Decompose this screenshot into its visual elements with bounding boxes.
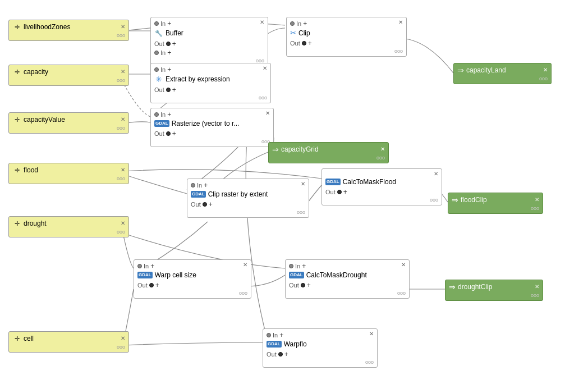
close-icon[interactable]: ✕: [369, 331, 374, 337]
out-label: Out: [267, 351, 277, 358]
close-icon[interactable]: ✕: [121, 117, 125, 122]
arrow-icon: ⇒: [457, 66, 464, 75]
plus-icon: +: [303, 20, 307, 28]
out-port-dot: [301, 283, 305, 287]
node-label: Clip: [298, 29, 310, 37]
add-icon: ✛: [12, 22, 21, 31]
close-icon[interactable]: ✕: [535, 197, 539, 203]
close-icon[interactable]: ✕: [380, 147, 385, 152]
node-label: livelihoodZones: [24, 23, 70, 31]
in-port-dot: [154, 21, 159, 26]
gdal-icon: GDAL: [289, 272, 304, 278]
close-icon[interactable]: ✕: [398, 20, 403, 25]
out-label: Out: [290, 40, 300, 47]
in-label: In: [197, 182, 202, 189]
close-icon[interactable]: ✕: [543, 67, 548, 73]
in-port-dot: [137, 264, 142, 268]
in-label: In: [273, 332, 278, 339]
gdal-icon: GDAL: [191, 191, 206, 198]
close-icon[interactable]: ✕: [121, 24, 125, 30]
node-livelihoodsZones: ✛ livelihoodZones ✕ ooo: [8, 20, 129, 41]
close-icon[interactable]: ✕: [121, 221, 125, 226]
out-port-dot: [337, 190, 342, 194]
extract-icon: ✳: [154, 75, 163, 84]
node-droughtClip: ⇒ droughtClip ✕ ooo: [445, 280, 543, 301]
out-label: Out: [137, 282, 148, 289]
out-label: Out: [191, 201, 201, 208]
node-capacityLand: ⇒ capacityLand ✕ ooo: [453, 63, 552, 84]
in2-port-dot: [154, 51, 159, 55]
plus-icon: +: [209, 200, 213, 208]
close-icon[interactable]: ✕: [121, 69, 125, 75]
gdal-icon: GDAL: [325, 179, 341, 185]
in-port-dot: [154, 67, 159, 72]
plus-icon: +: [308, 39, 312, 47]
arrow-icon: ⇒: [272, 145, 279, 154]
node-label: flood: [24, 166, 38, 174]
node-label: capacityLand: [466, 66, 506, 74]
add-icon: ✛: [12, 115, 21, 124]
close-icon[interactable]: ✕: [121, 336, 125, 341]
out-port-dot: [302, 41, 306, 45]
out-label: Out: [154, 130, 164, 137]
out-port-dot: [166, 88, 171, 92]
node-cell: ✛ cell ✕ ooo: [8, 331, 129, 353]
close-icon[interactable]: ✕: [301, 181, 305, 187]
clip-icon: ✂: [290, 29, 296, 37]
out-label: Out: [325, 189, 336, 195]
node-warp-cell-size: In + ✕ GDAL Warp cell size Out + ooo: [134, 259, 251, 299]
node-label: floodClip: [461, 196, 487, 204]
close-icon[interactable]: ✕: [434, 171, 438, 177]
plus-icon: +: [172, 130, 176, 138]
in-port-dot: [289, 264, 293, 268]
out-port-dot: [166, 42, 171, 46]
node-drought: ✛ drought ✕ ooo: [8, 216, 129, 237]
close-icon[interactable]: ✕: [121, 167, 125, 173]
node-label: Clip raster by extent: [208, 190, 268, 198]
out-label: Out: [154, 86, 164, 93]
gdal-icon: GDAL: [137, 272, 153, 278]
add-icon: ✛: [12, 166, 21, 175]
node-label: Rasterize (vector to r...: [172, 120, 240, 127]
node-label: capacityGrid: [281, 145, 319, 153]
plus-icon: +: [302, 262, 306, 270]
node-label: cell: [24, 335, 34, 342]
node-label: Warp cell size: [155, 271, 196, 279]
node-rasterize: In + ✕ GDAL Rasterize (vector to r... Ou…: [150, 108, 274, 147]
in-label: In: [296, 20, 301, 27]
node-label: capacityValue: [24, 116, 65, 124]
plus-icon: +: [343, 188, 347, 196]
plus-icon: +: [307, 281, 311, 289]
close-icon[interactable]: ✕: [260, 20, 264, 25]
node-capacityValue: ✛ capacityValue ✕ ooo: [8, 112, 129, 134]
plus-icon2: +: [167, 49, 171, 57]
node-clip: In + ✕ ✂ Clip Out + ooo: [286, 17, 407, 57]
plus-icon: +: [279, 331, 283, 339]
in-label: In: [295, 263, 300, 269]
close-icon[interactable]: ✕: [263, 66, 267, 71]
out-label: Out: [154, 40, 164, 47]
add-icon: ✛: [12, 219, 21, 228]
out-port-dot: [149, 283, 154, 287]
in-port-dot: [290, 21, 295, 26]
buffer-icon: 🔧: [154, 29, 163, 38]
plus-icon: +: [150, 262, 154, 270]
arrow-icon: ⇒: [449, 282, 456, 291]
node-clip-raster-by-extent: In + ✕ GDAL Clip raster by extent Out + …: [187, 179, 309, 218]
close-icon[interactable]: ✕: [265, 111, 270, 116]
close-icon[interactable]: ✕: [535, 284, 539, 290]
close-icon[interactable]: ✕: [243, 262, 247, 268]
node-floodClip: ⇒ floodClip ✕ ooo: [448, 193, 543, 214]
close-icon[interactable]: ✕: [401, 262, 406, 268]
add-icon: ✛: [12, 334, 21, 343]
node-label: Extract by expression: [166, 75, 230, 83]
plus-icon: +: [167, 111, 171, 118]
node-label: CalcToMaskFlood: [343, 178, 396, 186]
in-label: In: [144, 263, 149, 269]
in-port-dot: [191, 183, 195, 188]
in-label: In: [160, 20, 166, 27]
node-calc-to-mask-flood: ✕ GDAL CalcToMaskFlood Out + ooo: [321, 168, 442, 205]
plus-icon: +: [172, 86, 176, 94]
node-calc-to-mask-drought: In + ✕ GDAL CalcToMaskDrought Out + ooo: [285, 259, 410, 299]
node-capacityGrid: ⇒ capacityGrid ✕ ooo: [268, 142, 389, 163]
